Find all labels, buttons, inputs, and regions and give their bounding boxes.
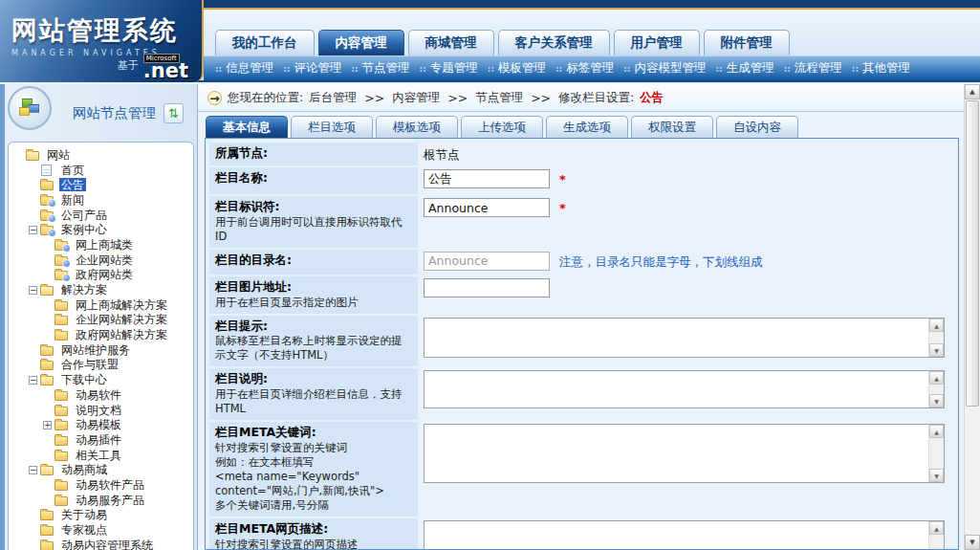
- field-input[interactable]: [424, 278, 550, 297]
- textarea-scroll-down-icon[interactable]: ▼: [929, 394, 944, 407]
- tree-node[interactable]: 企业网站类: [11, 253, 193, 268]
- textarea-scroll-down-icon[interactable]: ▼: [929, 343, 944, 357]
- tree-node-label: 动易内容管理系统: [59, 539, 155, 550]
- tree-expander-collapse-icon[interactable]: −: [29, 376, 37, 385]
- textarea-scroll-up-icon[interactable]: ▲: [929, 371, 944, 385]
- tree-node[interactable]: 新闻: [11, 192, 193, 208]
- textarea-scroll-up-icon[interactable]: ▲: [929, 521, 944, 535]
- tree-node-label: 公告: [59, 178, 86, 191]
- textarea-scrollbar[interactable]: ▲▼: [928, 521, 944, 550]
- top-tab[interactable]: 内容管理: [318, 30, 404, 55]
- tree-node[interactable]: 专家视点: [11, 522, 193, 538]
- tree-node[interactable]: 说明文档: [11, 403, 193, 418]
- textarea-scrollbar[interactable]: ▲▼: [928, 371, 944, 407]
- textarea-scroll-up-icon[interactable]: ▲: [929, 425, 944, 438]
- submenu-item[interactable]: 流程管理: [795, 60, 842, 77]
- tree-node[interactable]: 相关工具: [11, 448, 193, 463]
- tree-node[interactable]: 动易内容管理系统: [11, 538, 193, 550]
- tree-node[interactable]: 动易软件产品: [11, 477, 193, 493]
- form-tab[interactable]: 权限设置: [631, 116, 713, 138]
- submenu-item[interactable]: 专题管理: [430, 60, 478, 77]
- sidebar-header: 网站节点管理 ⇅: [0, 84, 197, 142]
- form-tab[interactable]: 自设内容: [716, 116, 798, 138]
- form-tab[interactable]: 基本信息: [206, 116, 288, 138]
- tree-node[interactable]: 合作与联盟: [11, 358, 193, 373]
- submenu-item[interactable]: 其他管理: [862, 60, 910, 77]
- breadcrumb-arrow-icon: →: [207, 91, 222, 105]
- breadcrumb-link[interactable]: 节点管理: [475, 90, 523, 106]
- top-tab[interactable]: 用户管理: [614, 30, 700, 55]
- top-tab[interactable]: 商城管理: [408, 30, 494, 55]
- textarea-content[interactable]: [425, 319, 928, 357]
- textarea-content[interactable]: [425, 371, 928, 407]
- tree-node[interactable]: 网上商城类: [11, 237, 193, 253]
- tree-node[interactable]: −案例中心: [11, 222, 193, 237]
- top-tab[interactable]: 客户关系管理: [498, 30, 610, 55]
- top-tab[interactable]: 附件管理: [704, 30, 790, 55]
- tree-node-label: 企业网站解决方案: [74, 313, 169, 326]
- breadcrumb-link[interactable]: 后台管理: [309, 90, 357, 106]
- submenu-item[interactable]: 信息管理: [226, 60, 273, 77]
- tree-expander-collapse-icon[interactable]: −: [29, 226, 37, 234]
- field-input[interactable]: [424, 169, 550, 188]
- submenu-item[interactable]: 评论管理: [294, 60, 341, 77]
- top-tab[interactable]: 我的工作台: [215, 30, 315, 55]
- textarea-scroll-up-icon[interactable]: ▲: [929, 319, 944, 332]
- tree-node[interactable]: 关于动易: [11, 508, 193, 523]
- form-row: 栏目META关键词:针对搜索引擎设置的关键词 例如：在文本框填写 <meta n…: [209, 422, 954, 517]
- tree-node[interactable]: 首页: [11, 163, 193, 178]
- tree-node[interactable]: 政府网站解决方案: [11, 327, 193, 342]
- tree-node[interactable]: +动易模板: [11, 417, 193, 432]
- tree-node[interactable]: −解决方案: [11, 282, 193, 297]
- scroll-down-button[interactable]: ▼: [965, 535, 980, 550]
- breadcrumb-link[interactable]: 内容管理: [392, 90, 440, 106]
- tree-node[interactable]: 政府网站类: [11, 268, 193, 283]
- submenu-item[interactable]: 内容模型管理: [634, 60, 706, 77]
- form-tab[interactable]: 模板选项: [376, 116, 458, 138]
- form-tab[interactable]: 生成选项: [546, 116, 628, 138]
- field-input[interactable]: [424, 252, 550, 271]
- submenu-marker-icon: ::: [283, 64, 290, 74]
- tree-node[interactable]: 网站维护服务: [11, 342, 193, 358]
- textarea-content[interactable]: [425, 425, 928, 482]
- tree-expander-expand-icon[interactable]: +: [43, 421, 52, 429]
- logo-based-on: 基于: [118, 58, 139, 73]
- tree-node[interactable]: 网上商城解决方案: [11, 297, 193, 313]
- tree-node[interactable]: 动易插件: [11, 432, 193, 448]
- tree-node[interactable]: 动易软件: [11, 387, 193, 403]
- form-tab[interactable]: 上传选项: [461, 116, 543, 138]
- folder-icon: [54, 495, 70, 506]
- page-scrollbar[interactable]: ▲ ▼: [964, 84, 980, 550]
- submenu-item[interactable]: 标签管理: [566, 60, 614, 77]
- folder-icon: [40, 539, 55, 550]
- field-textarea[interactable]: ▲▼: [424, 370, 945, 408]
- tree-expander-collapse-icon[interactable]: −: [29, 466, 37, 474]
- tree-node[interactable]: −动易商城: [11, 462, 193, 477]
- tree-node[interactable]: 网站: [11, 147, 193, 163]
- tree-node[interactable]: −下载中心: [11, 372, 193, 387]
- tree-node[interactable]: 企业网站解决方案: [11, 313, 193, 328]
- form-tab[interactable]: 栏目选项: [291, 116, 373, 138]
- textarea-scrollbar[interactable]: ▲▼: [928, 425, 944, 482]
- tree-node[interactable]: 公告: [11, 177, 193, 192]
- scrollbar-thumb[interactable]: [966, 100, 979, 407]
- refresh-tree-button[interactable]: ⇅: [163, 103, 184, 123]
- scroll-up-button[interactable]: ▲: [965, 84, 980, 99]
- textarea-scrollbar[interactable]: ▲▼: [928, 319, 944, 357]
- submenu-item[interactable]: 生成管理: [727, 60, 774, 77]
- tree-node-label: 专家视点: [59, 523, 109, 537]
- textarea-scroll-down-icon[interactable]: ▼: [929, 469, 944, 482]
- submenu-item[interactable]: 节点管理: [362, 60, 410, 77]
- tree-node[interactable]: 公司产品: [11, 208, 193, 223]
- submenu-item[interactable]: 模板管理: [498, 60, 546, 77]
- field-input[interactable]: [424, 198, 550, 217]
- textarea-content[interactable]: [425, 521, 928, 550]
- tree-node[interactable]: 动易服务产品: [11, 493, 193, 508]
- form-row: 栏目提示:鼠标移至栏目名称上时将显示设定的提示文字（不支持HTML）▲▼: [209, 316, 954, 367]
- field-textarea[interactable]: ▲▼: [424, 520, 945, 550]
- field-textarea[interactable]: ▲▼: [424, 424, 945, 483]
- folder-badge-icon: [54, 254, 70, 266]
- folder-open-icon: [40, 284, 55, 296]
- field-textarea[interactable]: ▲▼: [424, 318, 945, 358]
- tree-expander-collapse-icon[interactable]: −: [29, 286, 37, 295]
